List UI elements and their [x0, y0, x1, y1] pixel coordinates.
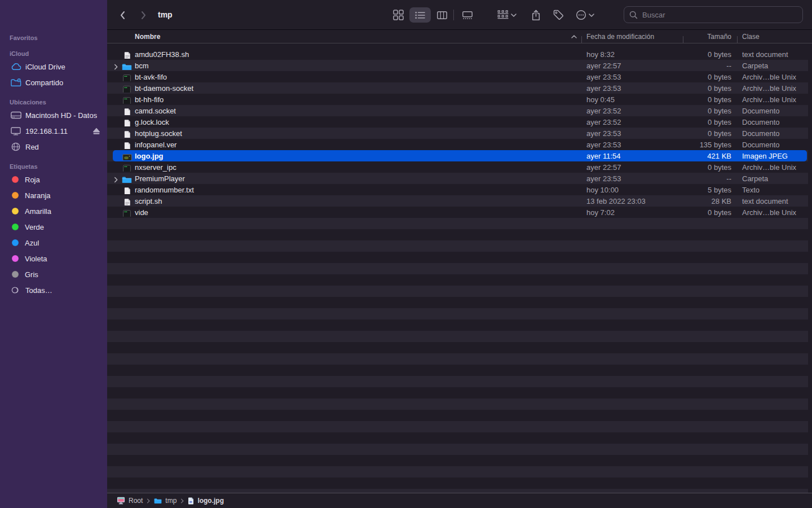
table-row-empty [107, 240, 808, 252]
table-row-hotplug-socket[interactable]: hotplug.socketayer 23:530 bytesDocumento [107, 128, 808, 139]
sidebar-section-header-icloud: iCloud [10, 50, 98, 58]
breadcrumb-item-logo-jpg[interactable]: logo.jpg [188, 497, 224, 505]
table-row-empty [107, 218, 808, 229]
table-row-infopanel-ver[interactable]: infopanel.verayer 23:53135 bytesDocument… [107, 139, 808, 150]
table-row-empty [107, 308, 808, 319]
sidebar-item-label: iCloud Drive [25, 63, 65, 71]
breadcrumb-item-root[interactable]: Root [117, 497, 143, 505]
file-kind: text document [737, 197, 808, 205]
sidebar-item-azul[interactable]: Azul [0, 235, 107, 251]
sidebar-item-label: Roja [25, 176, 40, 184]
table-row-bt-avk-fifo[interactable]: bt-avk-fifoayer 23:530 bytesArchiv…ble U… [107, 71, 808, 82]
table-row-nxserver-ipc[interactable]: nxserver_ipcayer 22:570 bytesArchiv…ble … [107, 161, 808, 173]
file-name: bcm [107, 62, 581, 70]
table-row-g-lock-lock[interactable]: g.lock.lockayer 23:520 bytesDocumento [107, 116, 808, 128]
sidebar-item-naranja[interactable]: Naranja [0, 187, 107, 203]
table-row-bcm[interactable]: bcmayer 22:57--Carpeta [107, 60, 808, 71]
sidebar-item-gris[interactable]: Gris [0, 266, 107, 282]
sidebar-item-verde[interactable]: Verde [0, 219, 107, 235]
table-row-logo-jpg[interactable]: logo.jpgayer 11:54421 KBImagen JPEG [107, 150, 808, 161]
all-tags-icon [10, 285, 21, 295]
file-date: hoy 0:45 [581, 95, 683, 104]
file-name: PremiumPlayer [107, 174, 581, 183]
table-row-camd-socket[interactable]: camd.socketayer 23:520 bytesDocumento [107, 105, 808, 116]
table-row-premiumplayer[interactable]: PremiumPlayerayer 23:53--Carpeta [107, 173, 808, 184]
sidebar: FavoritosiCloudiCloud DriveCompartidoUbi… [0, 0, 107, 508]
file-kind: Documento [737, 141, 808, 149]
breadcrumb-chevron-icon [147, 498, 150, 503]
tags-button[interactable] [550, 7, 567, 23]
table-row-empty [107, 353, 808, 365]
column-header-name[interactable]: Nombre [107, 33, 581, 41]
column-headers: Nombre Fecha de modificación Tamaño Clas… [107, 30, 812, 43]
forward-button[interactable] [136, 8, 151, 23]
sidebar-item-label: Todas… [25, 286, 52, 295]
table-row-script-sh[interactable]: script.sh13 feb 2022 23:0328 KBtext docu… [107, 195, 808, 207]
image-file-small [188, 497, 194, 505]
disclosure-triangle-icon[interactable] [114, 177, 118, 183]
table-row-amdu02fh38-sh[interactable]: amdu02FH38.shhoy 8:320 bytestext documen… [107, 49, 808, 60]
table-row-empty [107, 274, 808, 286]
folder [154, 498, 162, 504]
gallery-view-button[interactable] [458, 7, 477, 23]
globe-icon [10, 142, 21, 152]
sidebar-item-label: Red [25, 143, 39, 151]
sidebar-item-amarilla[interactable]: Amarilla [0, 203, 107, 219]
file-name: bt-hh-fifo [107, 95, 581, 104]
column-view-button[interactable] [433, 7, 451, 23]
cloud-icon [10, 62, 21, 72]
file-date: ayer 23:53 [581, 129, 683, 138]
table-row-empty [107, 410, 808, 421]
file-size: 0 bytes [683, 163, 737, 172]
file-size: -- [683, 174, 737, 183]
column-header-kind[interactable]: Clase [737, 33, 808, 41]
file-size: 0 bytes [683, 95, 737, 104]
column-header-size[interactable]: Tamaño [683, 33, 737, 41]
sidebar-item-label: Compartido [25, 78, 63, 87]
column-header-date[interactable]: Fecha de modificación [581, 33, 683, 41]
file-kind: Texto [737, 186, 808, 194]
file-size: 5 bytes [683, 186, 737, 194]
sidebar-item-red[interactable]: Red [0, 139, 107, 155]
tag-dot-yellow [12, 208, 19, 214]
disclosure-triangle-icon[interactable] [114, 64, 118, 70]
search-field[interactable] [624, 6, 803, 23]
table-row-bt-daemon-socket[interactable]: bt-daemon-socketayer 23:530 bytesArchiv…… [107, 82, 808, 94]
back-button[interactable] [115, 8, 130, 23]
file-name: infopanel.ver [107, 141, 581, 149]
group-by-button[interactable] [495, 7, 519, 23]
eject-icon[interactable] [92, 128, 100, 135]
sidebar-item-label: Verde [25, 223, 44, 231]
sidebar-item-label: 192.168.1.11 [25, 127, 68, 135]
main-panel: tmp Nombre Fecha de modificación Tamaño … [107, 0, 812, 508]
file-date: ayer 23:52 [581, 118, 683, 126]
more-actions-button[interactable] [572, 7, 597, 23]
search-input[interactable] [641, 10, 797, 20]
sidebar-item-192-168-1-11[interactable]: 192.168.1.11 [0, 123, 107, 139]
breadcrumb-item-tmp[interactable]: tmp [154, 497, 176, 505]
sidebar-item-violeta[interactable]: Violeta [0, 251, 107, 266]
sidebar-item-todas[interactable]: Todas… [0, 282, 107, 298]
file-date: ayer 23:52 [581, 107, 683, 115]
sidebar-item-icloud-drive[interactable]: iCloud Drive [0, 59, 107, 75]
file-date: ayer 23:53 [581, 73, 683, 81]
table-row-bt-hh-fifo[interactable]: bt-hh-fifohoy 0:450 bytesArchiv…ble Unix [107, 94, 808, 105]
chevron-left-icon [120, 11, 125, 20]
columns-view-icon [437, 11, 447, 19]
image-icon [122, 153, 132, 160]
share-button[interactable] [527, 7, 544, 23]
sidebar-item-label: Gris [25, 270, 38, 279]
sidebar-item-macintosh-hd-datos[interactable]: Macintosh HD - Datos [0, 107, 107, 123]
file-kind: Archiv…ble Unix [737, 95, 808, 104]
file-name: bt-avk-fifo [107, 73, 581, 81]
table-row-vide[interactable]: videhoy 7:020 bytesArchiv…ble Unix [107, 207, 808, 218]
sidebar-item-compartido[interactable]: Compartido [0, 75, 107, 90]
sidebar-item-roja[interactable]: Roja [0, 172, 107, 187]
list-view-button[interactable] [409, 7, 431, 23]
file-size: 0 bytes [683, 84, 737, 93]
icon-view-button[interactable] [389, 7, 407, 23]
file-date: ayer 22:57 [581, 163, 683, 172]
table-row-empty [107, 286, 808, 297]
display-icon [10, 126, 21, 136]
table-row-randomnumber-txt[interactable]: randomnumber.txthoy 10:005 bytesTexto [107, 184, 808, 195]
